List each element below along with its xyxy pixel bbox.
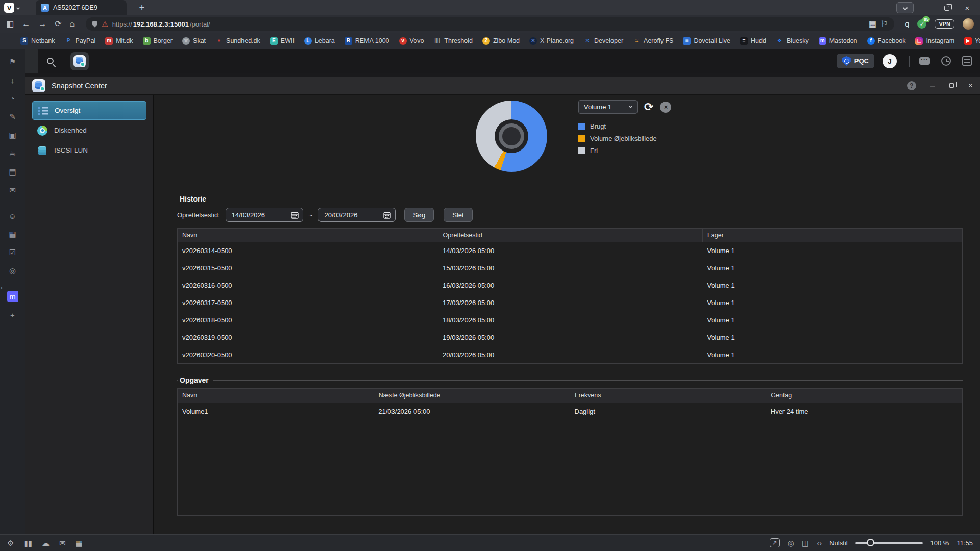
mail-icon[interactable]: ✉: [59, 539, 66, 547]
history-table-row[interactable]: v20260320-0500 20/03/2026 05:00 Volume 1: [178, 346, 963, 364]
url-field[interactable]: ⚠ https:// 192.168.2.3:15001 /portal/ ▦ …: [86, 17, 894, 31]
contacts-panel-icon[interactable]: ☺: [7, 210, 18, 221]
new-tab-button[interactable]: +: [136, 2, 148, 13]
bookmark-item[interactable]: ≡ Dovetail Live: [683, 37, 730, 45]
vpn-button[interactable]: VPN: [935, 19, 954, 29]
site-shield-icon[interactable]: [92, 21, 97, 28]
bookmark-item[interactable]: E EWII: [270, 37, 295, 45]
bookmark-item[interactable]: f Facebook: [867, 37, 906, 45]
bookmark-page-icon[interactable]: ⚐: [880, 20, 888, 28]
history-table-row[interactable]: v20260317-0500 17/03/2026 05:00 Volume 1: [178, 294, 963, 312]
bookmark-item[interactable]: ❖ Bluesky: [776, 37, 809, 45]
window-close-button[interactable]: ×: [968, 81, 973, 90]
browser-restore-button[interactable]: [939, 4, 954, 12]
toggle-images-icon[interactable]: ↗: [770, 538, 780, 547]
recent-tasks-icon[interactable]: [941, 56, 951, 66]
add-web-panel-icon[interactable]: +: [7, 309, 18, 320]
certificate-warning-icon[interactable]: ⚠: [102, 20, 108, 28]
windows-panel-icon[interactable]: ▣: [7, 130, 18, 141]
capture-icon[interactable]: ◎: [788, 539, 794, 547]
feeds-panel-icon[interactable]: ◎: [7, 265, 18, 277]
browser-profile-avatar[interactable]: [963, 18, 974, 30]
bookmark-item[interactable]: b Borger: [143, 37, 173, 45]
bookmark-item[interactable]: P PayPal: [65, 37, 96, 45]
history-table-row[interactable]: v20260319-0500 19/03/2026 05:00 Volume 1: [178, 329, 963, 346]
bookmark-item[interactable]: v Vovo: [399, 37, 424, 45]
mastodon-web-panel-icon[interactable]: m: [7, 291, 18, 302]
pqc-button[interactable]: PQC: [837, 54, 874, 68]
calendar-icon[interactable]: [291, 211, 299, 219]
zoom-reset-button[interactable]: Nulstil: [829, 539, 847, 547]
settings-icon[interactable]: ⚙: [7, 539, 14, 547]
refresh-icon[interactable]: ⟳: [644, 102, 653, 113]
extension-adblock-icon[interactable]: ✓ 85: [917, 19, 926, 29]
mail-panel-icon[interactable]: ✉: [7, 185, 18, 196]
bookmark-item[interactable]: m Mit.dk: [105, 37, 133, 45]
browser-close-button[interactable]: ×: [960, 4, 975, 12]
zoom-slider-knob[interactable]: [867, 539, 874, 546]
history-table-row[interactable]: v20260315-0500 15/03/2026 05:00 Volume 1: [178, 260, 963, 277]
bookmark-item[interactable]: ♥ Sundhed.dk: [215, 37, 260, 45]
reading-list-panel-icon[interactable]: ▤: [7, 166, 18, 178]
bookmark-item[interactable]: |||| Threshold: [433, 37, 473, 45]
notes-panel-icon[interactable]: ✎: [7, 111, 18, 122]
sync-cloud-icon[interactable]: ☁: [42, 539, 50, 547]
reload-icon[interactable]: ⟳: [55, 20, 61, 28]
user-avatar[interactable]: J: [883, 54, 897, 68]
nav-item-oversigt[interactable]: Oversigt: [32, 101, 146, 120]
forward-icon[interactable]: →: [38, 20, 46, 28]
vivaldi-menu-button[interactable]: V: [4, 3, 14, 13]
history-table-row[interactable]: v20260318-0500 18/03/2026 05:00 Volume 1: [178, 312, 963, 329]
taskbar-app-snapshot-center[interactable]: [70, 52, 89, 70]
back-icon[interactable]: ←: [22, 20, 30, 28]
bookmark-item[interactable]: R REMA 1000: [345, 37, 389, 45]
bookmark-item[interactable]: Z Zibo Mod: [482, 37, 520, 45]
break-mode-icon[interactable]: ▮▮: [23, 539, 32, 547]
tasks-panel-icon[interactable]: ☑: [7, 247, 18, 258]
volume-select[interactable]: Volume 1: [578, 100, 638, 114]
panel-collapse-arrow[interactable]: ‹: [1, 284, 3, 291]
clear-selection-icon[interactable]: ×: [660, 102, 671, 113]
calendar-panel-icon[interactable]: ▦: [7, 229, 18, 240]
browser-tab[interactable]: A AS5202T-6DE9: [36, 0, 127, 15]
help-button[interactable]: ?: [907, 81, 916, 90]
qr-code-icon[interactable]: ▦: [869, 20, 876, 28]
window-title-bar[interactable]: Snapshot Center ? – ×: [25, 77, 980, 95]
delete-button[interactable]: Slet: [444, 208, 472, 222]
bookmark-item[interactable]: ▢ Instagram: [915, 37, 954, 45]
calendar-icon[interactable]: ▦: [76, 539, 83, 547]
bookmark-item[interactable]: = Hudd: [740, 37, 766, 45]
bookmark-item[interactable]: ♕ Skat: [182, 37, 206, 45]
downloads-panel-icon[interactable]: ↓: [7, 74, 18, 86]
date-to-input[interactable]: 20/03/2026: [318, 208, 396, 222]
nav-item-iscsi-lun[interactable]: ISCSI LUN: [32, 141, 146, 160]
launcher-tile[interactable]: [25, 49, 38, 73]
date-from-input[interactable]: 14/03/2026: [226, 208, 303, 222]
window-minimize-button[interactable]: –: [930, 81, 935, 90]
nav-item-diskenhed[interactable]: Diskenhed: [32, 121, 146, 140]
history-table-row[interactable]: v20260314-0500 14/03/2026 05:00 Volume 1: [178, 242, 963, 260]
bookmark-item[interactable]: L Lebara: [304, 37, 335, 45]
browser-minimize-button[interactable]: –: [919, 4, 934, 12]
bookmark-item[interactable]: ✕ X-Plane.org: [529, 37, 574, 45]
extension-q-icon[interactable]: q: [905, 20, 910, 28]
history-table-row[interactable]: v20260316-0500 16/03/2026 05:00 Volume 1: [178, 277, 963, 294]
history-panel-icon[interactable]: ◔: [7, 93, 18, 104]
sessions-panel-icon[interactable]: ☕: [7, 148, 18, 159]
bookmark-item[interactable]: ✕ Developer: [583, 37, 623, 45]
home-icon[interactable]: ⌂: [70, 20, 75, 28]
bookmark-item[interactable]: ▶ YouTube: [964, 37, 980, 45]
bookmarks-panel-icon[interactable]: ⚑: [7, 56, 18, 67]
search-button[interactable]: Søg: [404, 208, 434, 222]
panel-toggle-icon[interactable]: ◧: [6, 20, 14, 28]
zoom-slider[interactable]: [855, 542, 923, 544]
bookmark-item[interactable]: ≈ Aerofly FS: [633, 37, 673, 45]
window-restore-button[interactable]: [949, 83, 954, 88]
portal-search-button[interactable]: [38, 49, 62, 73]
vivaldi-menu-chevron-icon[interactable]: [16, 6, 20, 9]
notifications-icon[interactable]: [919, 57, 930, 65]
tiling-icon[interactable]: ◫: [802, 539, 809, 547]
bookmark-item[interactable]: m Mastodon: [819, 37, 857, 45]
bookmark-item[interactable]: S Netbank: [20, 37, 55, 45]
preferences-icon[interactable]: [962, 56, 972, 66]
